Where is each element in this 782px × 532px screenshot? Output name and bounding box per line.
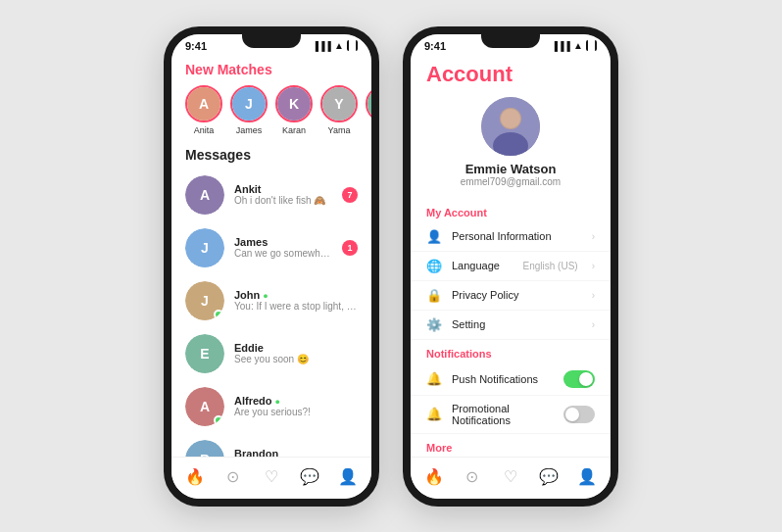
account-item-label: Language <box>452 260 513 271</box>
toggle-switch[interactable] <box>563 406 595 423</box>
status-icons-left: ▐▐▐ ▲ █ <box>313 40 358 51</box>
account-item-icon: 👤 <box>426 229 442 244</box>
notification-item[interactable]: 🔔 Push Notifications <box>411 363 611 396</box>
msg-avatar: E <box>185 334 224 373</box>
time-left: 9:41 <box>185 40 207 52</box>
msg-name: Eddie <box>234 342 358 354</box>
nav-icon-right-3[interactable]: 💬 <box>537 465 561 489</box>
msg-avatar: J <box>185 281 224 320</box>
online-indicator <box>214 415 223 425</box>
wifi-icon-r: ▲ <box>573 40 583 51</box>
match-item[interactable]: Y Yama <box>320 85 358 135</box>
nav-icon-left-2[interactable]: ♡ <box>260 465 283 489</box>
msg-name: James <box>234 236 332 248</box>
right-bottom-nav: 🔥⊙♡💬👤 <box>411 457 611 499</box>
new-matches-row: A Anita J James K Karan Y Yama E Eddie <box>171 81 371 143</box>
msg-preview: Oh i don't like fish 🙈 <box>234 195 332 206</box>
msg-content: James Can we go somewhere? <box>234 236 332 259</box>
nav-icon-right-4[interactable]: 👤 <box>575 465 599 489</box>
notification-label: Push Notifications <box>452 373 554 385</box>
message-item[interactable]: B Brandon How about a movie and then... <box>171 433 371 457</box>
notch-right <box>481 34 540 48</box>
notch-left <box>242 34 301 48</box>
unread-badge: 7 <box>342 187 358 203</box>
msg-name: Ankit <box>234 183 332 195</box>
message-item[interactable]: J John ● You: If I were a stop light, I'… <box>171 274 371 327</box>
messages-title: Messages <box>171 143 371 169</box>
match-name: James <box>236 125 263 135</box>
match-avatar: E <box>366 85 371 122</box>
account-item[interactable]: 🔒 Privacy Policy › <box>411 281 611 311</box>
msg-content: Eddie See you soon 😊 <box>234 342 358 364</box>
match-avatar: A <box>185 85 222 122</box>
notification-item[interactable]: 🔔 Promotional Notifications <box>411 396 611 434</box>
profile-name: Emmie Watson <box>465 162 557 176</box>
nav-icon-right-0[interactable]: 🔥 <box>422 465 446 489</box>
nav-icon-left-4[interactable]: 👤 <box>336 465 360 489</box>
match-name: Anita <box>194 125 215 135</box>
nav-icon-left-3[interactable]: 💬 <box>298 465 321 489</box>
match-avatar: J <box>230 85 268 122</box>
account-item-label: Privacy Policy <box>452 289 578 301</box>
profile-email: emmel709@gmail.com <box>461 176 561 187</box>
account-item[interactable]: 👤 Personal Information › <box>411 222 611 252</box>
match-avatar: Y <box>320 85 358 122</box>
signal-icon-r: ▐▐▐ <box>552 41 570 51</box>
msg-preview: Can we go somewhere? <box>234 248 332 259</box>
msg-name: Alfredo ● <box>234 395 358 407</box>
msg-avatar: J <box>185 228 224 267</box>
chevron-right-icon: › <box>592 319 595 330</box>
message-item[interactable]: E Eddie See you soon 😊 <box>171 327 371 380</box>
account-item[interactable]: ⚙️ Setting › <box>411 311 611 340</box>
account-items-list: 👤 Personal Information › 🌐 Language Engl… <box>411 222 611 340</box>
account-item-icon: 🔒 <box>426 288 442 303</box>
toggle-switch[interactable] <box>563 370 595 388</box>
chevron-right-icon: › <box>592 261 595 271</box>
nav-icon-left-1[interactable]: ⊙ <box>221 465 245 489</box>
left-phone-content: New Matches A Anita J James K Karan Y Ya… <box>171 54 371 457</box>
nav-icon-right-2[interactable]: ♡ <box>499 465 522 489</box>
unread-badge: 1 <box>342 240 358 256</box>
account-profile: Emmie Watson emmel709@gmail.com <box>411 97 611 199</box>
msg-preview: See you soon 😊 <box>234 354 358 364</box>
match-item[interactable]: E Eddie <box>366 85 371 135</box>
msg-preview: Are you serious?! <box>234 407 358 417</box>
msg-avatar: A <box>185 175 224 215</box>
nav-icon-left-0[interactable]: 🔥 <box>183 465 207 489</box>
notifications-section: Notifications <box>411 340 611 363</box>
account-item[interactable]: 🌐 Language English (US) › <box>411 252 611 281</box>
time-right: 9:41 <box>424 40 446 52</box>
nav-icon-right-1[interactable]: ⊙ <box>461 465 484 489</box>
msg-content: Alfredo ● Are you serious?! <box>234 395 358 417</box>
notification-label: Promotional Notifications <box>452 403 554 426</box>
match-item[interactable]: J James <box>230 85 268 135</box>
message-item[interactable]: A Alfredo ● Are you serious?! <box>171 380 371 433</box>
chevron-right-icon: › <box>592 290 595 301</box>
toggle-dot <box>565 408 579 421</box>
notification-icon: 🔔 <box>426 407 442 421</box>
status-icons-right: ▐▐▐ ▲ █ <box>552 40 597 51</box>
right-phone-content: Account Emmie Watson emmel709@gmail.com … <box>411 54 611 457</box>
battery-icon: █ <box>347 40 358 51</box>
msg-preview: You: If I were a stop light, I'd turn <box>234 301 358 312</box>
message-item[interactable]: J James Can we go somewhere? 1 <box>171 221 371 274</box>
match-name: Karan <box>282 125 306 135</box>
phones-container: 9:41 ▐▐▐ ▲ █ New Matches A Anita J James… <box>164 26 618 507</box>
account-item-value: English (US) <box>523 261 578 271</box>
match-item[interactable]: K Karan <box>275 85 313 135</box>
match-name: Yama <box>328 125 351 135</box>
wifi-icon: ▲ <box>334 40 344 51</box>
new-matches-title: New Matches <box>171 54 371 81</box>
message-item[interactable]: A Ankit Oh i don't like fish 🙈 7 <box>171 169 371 221</box>
my-account-section: My Account <box>411 199 611 222</box>
chevron-right-icon: › <box>592 231 595 242</box>
left-phone: 9:41 ▐▐▐ ▲ █ New Matches A Anita J James… <box>164 26 379 507</box>
messages-list: A Ankit Oh i don't like fish 🙈 7 J James… <box>171 169 371 457</box>
notification-icon: 🔔 <box>426 371 442 386</box>
match-avatar: K <box>275 85 313 122</box>
account-item-icon: ⚙️ <box>426 317 442 332</box>
match-item[interactable]: A Anita <box>185 85 222 135</box>
msg-content: John ● You: If I were a stop light, I'd … <box>234 289 358 312</box>
msg-name: Brandon <box>234 448 358 457</box>
msg-avatar: B <box>185 440 224 457</box>
